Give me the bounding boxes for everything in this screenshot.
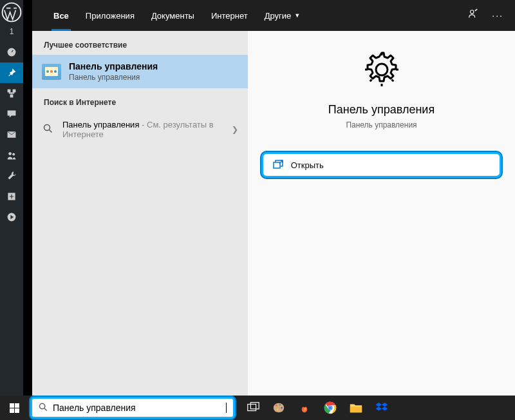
windows-logo-icon	[10, 403, 19, 413]
svg-rect-13	[274, 162, 280, 168]
taskbar-pinned-apps	[240, 396, 395, 420]
windows-search-panel: Все Приложения Документы Интернет Другие…	[32, 0, 515, 396]
best-match-header: Лучшее соответствие	[32, 31, 248, 55]
tab-more[interactable]: Другие▼	[256, 0, 309, 31]
svg-rect-26	[350, 406, 362, 412]
comment-icon[interactable]	[0, 104, 23, 124]
search-tabs: Все Приложения Документы Интернет Другие…	[32, 0, 515, 31]
feedback-icon[interactable]	[467, 8, 479, 23]
best-match-subtitle: Панель управления	[69, 73, 158, 82]
chrome-app-icon[interactable]	[317, 396, 343, 420]
svg-point-7	[12, 153, 15, 155]
svg-point-18	[276, 405, 277, 406]
svg-rect-3	[13, 90, 16, 93]
gear-icon	[362, 50, 401, 89]
svg-point-10	[471, 10, 474, 14]
svg-point-25	[328, 406, 332, 409]
paint-app-icon[interactable]	[266, 396, 292, 420]
web-search-result[interactable]: Панель управления - См. результаты в Инт…	[32, 112, 248, 147]
open-icon	[273, 160, 283, 171]
users-icon[interactable]	[0, 145, 23, 166]
svg-point-6	[8, 152, 12, 155]
play-icon[interactable]	[0, 207, 23, 227]
wp-num-icon: 1	[0, 21, 23, 42]
open-label: Открыть	[291, 160, 324, 170]
web-result-title: Панель управления	[62, 120, 139, 129]
org-icon[interactable]	[0, 83, 23, 104]
search-icon	[39, 403, 48, 414]
svg-point-20	[281, 407, 283, 409]
best-match-title: Панель управления	[69, 61, 158, 72]
wrench-icon[interactable]	[0, 166, 23, 186]
wordpress-logo-icon[interactable]	[1, 3, 22, 21]
web-search-header: Поиск в Интернете	[32, 88, 248, 112]
dropbox-app-icon[interactable]	[369, 396, 395, 420]
chevron-down-icon: ▼	[294, 12, 300, 19]
svg-point-14	[39, 403, 44, 408]
svg-point-12	[376, 64, 388, 75]
flame-app-icon[interactable]	[292, 396, 317, 420]
tab-documents[interactable]: Документы	[143, 0, 203, 31]
tab-all[interactable]: Все	[45, 0, 77, 31]
svg-point-21	[277, 408, 279, 410]
wp-admin-sidebar: 1	[0, 0, 23, 396]
more-options-icon[interactable]: ···	[492, 10, 503, 21]
svg-rect-15	[248, 405, 256, 411]
tab-apps[interactable]: Приложения	[77, 0, 143, 31]
svg-rect-16	[250, 403, 259, 409]
detail-title: Панель управления	[328, 103, 435, 117]
open-button[interactable]: Открыть	[261, 152, 502, 178]
svg-point-11	[44, 125, 50, 131]
windows-taskbar	[0, 396, 515, 420]
dashboard-icon[interactable]	[0, 42, 23, 62]
pin-icon[interactable]	[0, 62, 23, 83]
text-caret	[226, 403, 227, 413]
start-button[interactable]	[0, 396, 28, 420]
search-input[interactable]	[53, 403, 226, 413]
tab-internet[interactable]: Интернет	[203, 0, 256, 31]
best-match-result[interactable]: Панель управления Панель управления	[32, 55, 248, 88]
file-explorer-icon[interactable]	[343, 396, 369, 420]
chevron-right-icon: ❯	[232, 125, 238, 134]
search-icon	[42, 124, 53, 135]
detail-subtitle: Панель управления	[346, 120, 417, 129]
taskbar-search[interactable]	[30, 397, 235, 419]
page-add-icon[interactable]	[0, 186, 23, 207]
task-view-icon[interactable]	[240, 396, 266, 420]
results-list: Лучшее соответствие Панель управления Па…	[32, 31, 248, 396]
detail-panel: Панель управления Панель управления Откр…	[248, 31, 515, 396]
svg-point-19	[279, 404, 281, 406]
mail-icon[interactable]	[0, 124, 23, 145]
svg-rect-4	[10, 95, 14, 98]
svg-rect-2	[8, 90, 11, 93]
control-panel-icon	[42, 64, 61, 80]
